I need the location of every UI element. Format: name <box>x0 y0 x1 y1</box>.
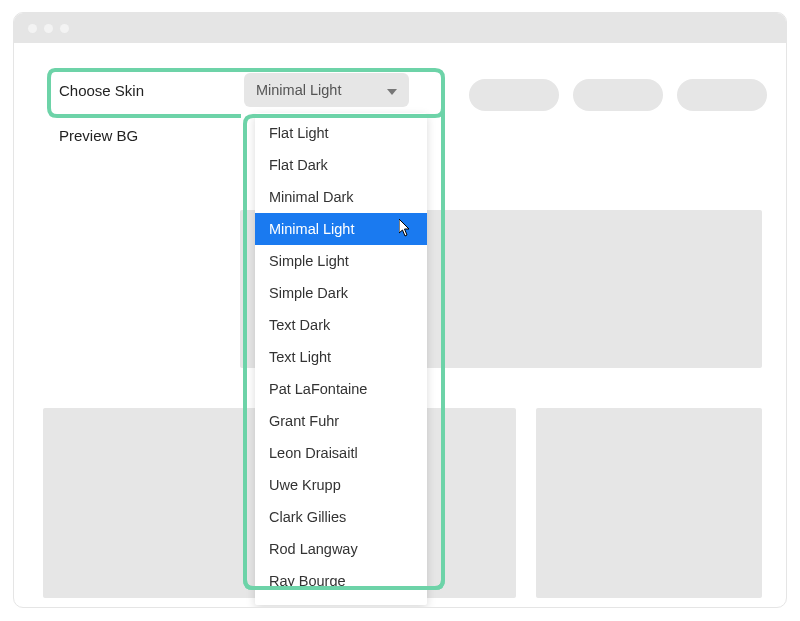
window-titlebar <box>14 13 786 43</box>
dropdown-option[interactable]: Minimal Light <box>255 213 427 245</box>
dropdown-option[interactable]: Flat Light <box>255 117 427 149</box>
dropdown-option[interactable]: Ray Bourge <box>255 565 427 597</box>
dropdown-option[interactable]: Rod Langway <box>255 533 427 565</box>
content-placeholder <box>43 408 269 598</box>
toolbar-pill[interactable] <box>469 79 559 111</box>
toolbar-placeholder-pills <box>469 79 767 111</box>
dropdown-option[interactable]: Text Dark <box>255 309 427 341</box>
window-control-zoom[interactable] <box>60 24 69 33</box>
choose-skin-select[interactable]: Minimal Light <box>244 73 409 107</box>
dropdown-option[interactable]: Simple Light <box>255 245 427 277</box>
dropdown-option[interactable]: Pat LaFontaine <box>255 373 427 405</box>
dropdown-option[interactable]: Text Light <box>255 341 427 373</box>
content-placeholder <box>536 408 762 598</box>
dropdown-option[interactable]: Clark Gillies <box>255 501 427 533</box>
window-control-minimize[interactable] <box>44 24 53 33</box>
preview-bg-label: Preview BG <box>44 127 244 144</box>
toolbar-pill[interactable] <box>573 79 663 111</box>
browser-window: Choose Skin Minimal Light Preview BG Fla… <box>13 12 787 608</box>
choose-skin-dropdown[interactable]: Flat LightFlat DarkMinimal DarkMinimal L… <box>255 113 427 605</box>
toolbar-pill[interactable] <box>677 79 767 111</box>
dropdown-option[interactable]: Flat Dark <box>255 149 427 181</box>
dropdown-option[interactable]: Uwe Krupp <box>255 469 427 501</box>
choose-skin-selected-value: Minimal Light <box>256 82 341 98</box>
dropdown-option[interactable]: Minimal Dark <box>255 181 427 213</box>
dropdown-option[interactable]: Leon Draisaitl <box>255 437 427 469</box>
dropdown-option[interactable]: Grant Fuhr <box>255 405 427 437</box>
dropdown-option[interactable]: Simple Dark <box>255 277 427 309</box>
window-control-close[interactable] <box>28 24 37 33</box>
choose-skin-label: Choose Skin <box>44 82 244 99</box>
cursor-icon <box>399 219 413 237</box>
chevron-down-icon <box>387 82 397 98</box>
